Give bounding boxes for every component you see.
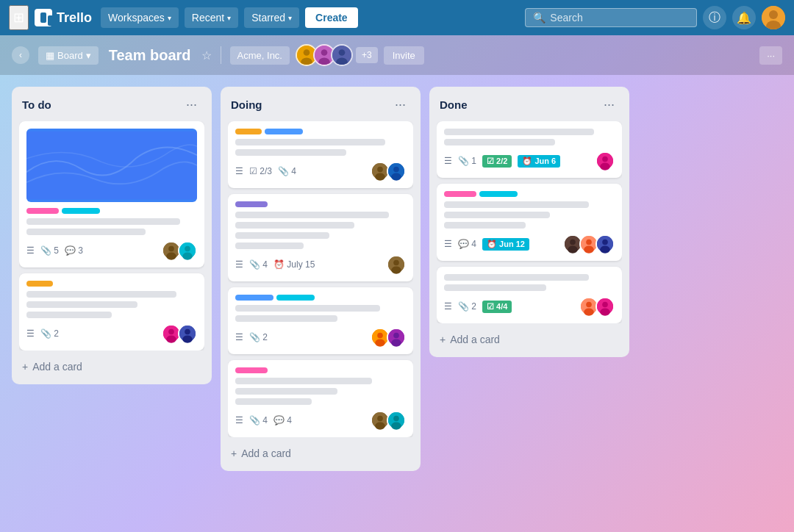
card-desc-icon: ☰ xyxy=(235,332,243,342)
card-cover-1 xyxy=(26,129,197,202)
svg-point-41 xyxy=(377,416,383,422)
search-box[interactable]: 🔍 Search xyxy=(525,8,697,27)
card-text-line xyxy=(26,229,146,235)
svg-point-24 xyxy=(182,336,193,343)
starred-button[interactable]: Starred xyxy=(244,7,299,28)
card-done-2[interactable]: ☰ 💬 4 ⏰ Jun 12 xyxy=(437,184,622,261)
card-comment-count: 💬 3 xyxy=(65,245,83,256)
label-pink xyxy=(26,208,59,214)
svg-point-32 xyxy=(393,260,399,266)
svg-point-38 xyxy=(393,333,399,339)
workspace-chip[interactable]: Acme, Inc. xyxy=(230,46,290,65)
workspaces-button[interactable]: Workspaces xyxy=(101,7,179,28)
add-card-button-done[interactable]: + Add a card xyxy=(437,329,622,350)
card-doing-2[interactable]: ☰ 📎 4 ⏰ July 15 xyxy=(228,194,413,281)
column-todo: To do ··· xyxy=(12,87,212,384)
mini-avatar xyxy=(387,411,406,430)
mini-avatar xyxy=(596,151,615,170)
svg-point-26 xyxy=(377,167,383,173)
column-menu-button-todo[interactable]: ··· xyxy=(182,96,201,114)
add-card-button-doing[interactable]: + Add a card xyxy=(228,443,413,464)
card-labels-5 xyxy=(235,295,406,301)
card-text-line xyxy=(444,139,555,145)
svg-point-60 xyxy=(584,309,594,316)
create-button[interactable]: Create xyxy=(305,7,358,28)
card-text-line xyxy=(235,388,337,395)
column-title-doing: Doing xyxy=(231,98,262,111)
info-icon: ⓘ xyxy=(709,10,720,26)
card-todo-2[interactable]: ☰ 📎 2 xyxy=(19,273,204,351)
collapse-sidebar-button[interactable]: ‹ xyxy=(12,46,29,64)
notifications-button[interactable]: 🔔 xyxy=(732,6,756,29)
due-date-badge: ⏰ Jun 12 xyxy=(482,238,529,251)
card-desc-icon: ☰ xyxy=(444,239,452,249)
recent-button[interactable]: Recent xyxy=(185,7,238,28)
star-button[interactable]: ☆ xyxy=(201,48,212,62)
app-name: Trello xyxy=(57,10,92,26)
card-clip-count: 📎 4 xyxy=(249,259,268,270)
label-pink-3 xyxy=(444,191,476,197)
card-meta-8: ☰ 💬 4 ⏰ Jun 12 xyxy=(444,234,615,254)
label-cyan-3 xyxy=(479,191,518,197)
card-done-3[interactable]: ☰ 📎 2 ☑ 4/4 xyxy=(437,267,622,323)
svg-point-30 xyxy=(391,173,401,181)
mini-avatar xyxy=(387,255,406,274)
card-doing-4[interactable]: ☰ 📎 4 💬 4 xyxy=(228,360,413,437)
header-divider xyxy=(221,46,221,64)
card-meta-9: ☰ 📎 2 ☑ 4/4 xyxy=(444,297,615,316)
bell-icon: 🔔 xyxy=(737,11,751,25)
label-pink-2 xyxy=(235,367,268,373)
column-menu-button-done[interactable]: ··· xyxy=(599,96,619,114)
top-navigation: ⊞ Trello Workspaces Recent Starred Creat… xyxy=(0,0,794,35)
column-header-done: Done ··· xyxy=(437,94,622,115)
svg-point-48 xyxy=(600,163,610,170)
more-icon: ··· xyxy=(767,50,775,61)
card-meta-4: ☰ 📎 4 ⏰ July 15 xyxy=(235,255,406,274)
card-text-line xyxy=(235,242,304,249)
member-avatar-3[interactable] xyxy=(331,44,353,66)
more-options-button[interactable]: ··· xyxy=(759,46,782,65)
board-header: ‹ ▦ Board ▾ Team board ☆ Acme, Inc. +3 I… xyxy=(0,35,794,75)
card-due-date: ⏰ July 15 xyxy=(273,259,315,270)
card-text-line xyxy=(235,139,385,145)
members-count-button[interactable]: +3 xyxy=(356,47,378,63)
svg-point-20 xyxy=(168,329,174,335)
mini-avatar xyxy=(596,234,615,254)
board-view-button[interactable]: ▦ Board ▾ xyxy=(38,46,99,65)
card-avatars-1 xyxy=(162,241,197,260)
grid-menu-button[interactable]: ⊞ xyxy=(9,5,29,30)
add-card-button-todo[interactable]: + Add a card xyxy=(19,356,204,377)
card-text-line xyxy=(26,301,137,308)
grid-icon: ⊞ xyxy=(13,10,24,25)
column-doing: Doing ··· ☰ ☑ 2/3 📎 4 xyxy=(221,87,421,471)
user-avatar[interactable] xyxy=(762,6,785,29)
label-purple xyxy=(235,201,268,207)
card-text-line xyxy=(26,218,180,225)
trello-logo[interactable]: Trello xyxy=(35,9,92,26)
svg-point-62 xyxy=(602,302,608,308)
info-button[interactable]: ⓘ xyxy=(703,6,726,29)
card-todo-1[interactable]: ☰ 📎 5 💬 3 xyxy=(19,121,204,267)
card-doing-1[interactable]: ☰ ☑ 2/3 📎 4 xyxy=(228,121,413,188)
svg-point-15 xyxy=(166,253,176,260)
card-done-1[interactable]: ☰ 📎 1 ☑ 2/2 ⏰ Jun 6 xyxy=(437,121,622,178)
trello-logo-icon xyxy=(35,9,52,26)
card-meta-1: ☰ 📎 5 💬 3 xyxy=(26,241,197,260)
svg-point-45 xyxy=(391,423,401,430)
card-labels-2 xyxy=(26,281,197,287)
due-date-badge: ⏰ Jun 6 xyxy=(518,155,560,168)
svg-point-51 xyxy=(568,246,578,254)
label-blue-2 xyxy=(235,295,273,301)
svg-point-23 xyxy=(185,329,190,335)
card-text-line xyxy=(444,222,526,229)
column-done: Done ··· ☰ 📎 1 ☑ 2/2 ⏰ Jun 6 xyxy=(429,87,629,357)
card-doing-3[interactable]: ☰ 📎 2 xyxy=(228,287,413,354)
svg-point-59 xyxy=(586,302,592,308)
column-menu-button-doing[interactable]: ··· xyxy=(390,96,410,114)
label-blue xyxy=(265,129,303,134)
search-icon: 🔍 xyxy=(533,12,546,24)
invite-button[interactable]: Invite xyxy=(384,46,424,65)
svg-point-33 xyxy=(391,267,401,274)
card-labels-6 xyxy=(235,367,406,373)
card-meta-5: ☰ 📎 2 xyxy=(235,328,406,347)
